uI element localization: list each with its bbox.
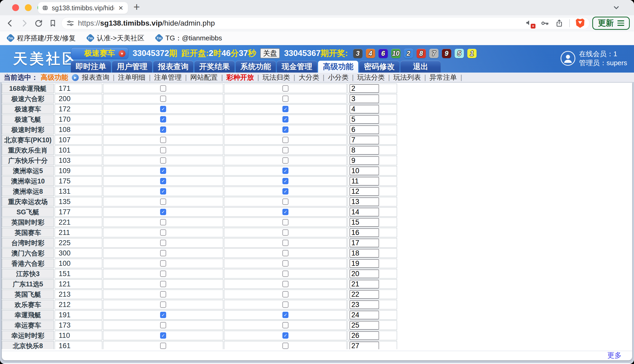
brave-shield-icon[interactable] bbox=[576, 18, 585, 28]
open-checkbox-2[interactable] bbox=[282, 281, 288, 287]
order-input[interactable] bbox=[349, 249, 379, 258]
subnav-link-3[interactable]: 网站配置 bbox=[190, 73, 218, 82]
bookmark-item-1[interactable]: Tm认准->天美社区 bbox=[87, 34, 144, 43]
password-key-icon[interactable] bbox=[540, 19, 549, 28]
order-input[interactable] bbox=[349, 239, 379, 247]
open-checkbox-2[interactable] bbox=[282, 137, 288, 143]
open-checkbox[interactable] bbox=[160, 229, 166, 236]
bookmark-icon[interactable] bbox=[47, 17, 59, 29]
open-checkbox[interactable] bbox=[160, 198, 166, 205]
order-input[interactable] bbox=[349, 270, 379, 278]
open-checkbox[interactable] bbox=[160, 291, 166, 297]
browser-update-button[interactable]: 更新 bbox=[592, 17, 630, 30]
order-input[interactable] bbox=[349, 259, 379, 268]
order-input[interactable] bbox=[349, 228, 379, 237]
order-input[interactable] bbox=[349, 105, 379, 114]
order-input[interactable] bbox=[349, 115, 379, 124]
open-checkbox-2[interactable] bbox=[282, 301, 288, 308]
open-checkbox[interactable] bbox=[160, 85, 166, 92]
order-input[interactable] bbox=[349, 218, 379, 227]
nav-tab-6[interactable]: 高级功能 bbox=[318, 61, 358, 73]
open-checkbox-2[interactable] bbox=[282, 85, 288, 92]
subnav-link-10[interactable]: 异常注单 bbox=[430, 73, 457, 82]
open-checkbox[interactable] bbox=[160, 301, 166, 308]
open-checkbox[interactable] bbox=[160, 147, 166, 153]
open-checkbox[interactable] bbox=[160, 260, 166, 267]
subnav-link-9[interactable]: 玩法列表 bbox=[393, 73, 421, 82]
new-tab-button[interactable]: + bbox=[133, 2, 140, 13]
open-checkbox[interactable] bbox=[160, 343, 166, 349]
open-checkbox[interactable]: ✓ bbox=[160, 126, 166, 133]
back-icon[interactable] bbox=[4, 17, 16, 29]
order-input[interactable] bbox=[349, 136, 379, 144]
url-bar[interactable]: https://sg138.timibbs.vip/hide/admin.php… bbox=[61, 17, 590, 29]
open-checkbox[interactable] bbox=[160, 322, 166, 328]
open-checkbox[interactable]: ✓ bbox=[160, 106, 166, 112]
order-input[interactable] bbox=[349, 311, 379, 319]
subnav-link-0[interactable]: 报表查询 bbox=[82, 73, 109, 82]
open-checkbox[interactable] bbox=[160, 281, 166, 287]
subnav-link-4[interactable]: 彩种开放 bbox=[226, 73, 254, 82]
open-checkbox[interactable]: ✓ bbox=[160, 178, 166, 184]
order-input[interactable] bbox=[349, 167, 379, 175]
nav-tab-4[interactable]: 系统功能 bbox=[236, 61, 276, 73]
subnav-link-5[interactable]: 玩法归类 bbox=[263, 73, 290, 82]
minimize-window-button[interactable] bbox=[25, 4, 32, 11]
subnav-link-1[interactable]: 注单明细 bbox=[118, 73, 146, 82]
open-checkbox-2[interactable]: ✓ bbox=[282, 178, 288, 184]
open-checkbox-2[interactable]: ✓ bbox=[282, 332, 288, 339]
nav-tab-5[interactable]: 现金管理 bbox=[277, 61, 317, 73]
order-input[interactable] bbox=[349, 146, 379, 155]
order-input[interactable] bbox=[349, 331, 379, 340]
close-market-button[interactable]: 关盘 bbox=[260, 48, 280, 58]
order-input[interactable] bbox=[349, 125, 379, 134]
open-checkbox[interactable]: ✓ bbox=[160, 116, 166, 122]
tune-icon[interactable] bbox=[66, 19, 74, 27]
order-input[interactable] bbox=[349, 208, 379, 216]
open-checkbox[interactable] bbox=[160, 219, 166, 225]
open-checkbox-2[interactable] bbox=[282, 229, 288, 236]
bookmark-item-0[interactable]: Tm程序搭建/开发/修复 bbox=[7, 34, 76, 43]
order-input[interactable] bbox=[349, 290, 379, 299]
open-checkbox-2[interactable] bbox=[282, 291, 288, 297]
order-input[interactable] bbox=[349, 177, 379, 186]
open-checkbox[interactable] bbox=[160, 271, 166, 277]
order-input[interactable] bbox=[349, 321, 379, 330]
open-checkbox[interactable] bbox=[160, 137, 166, 143]
order-input[interactable] bbox=[349, 197, 379, 206]
forward-icon[interactable] bbox=[18, 17, 30, 29]
open-checkbox-2[interactable] bbox=[282, 219, 288, 225]
tab-close-icon[interactable]: × bbox=[117, 4, 124, 12]
nav-tab-7[interactable]: 密码修改 bbox=[359, 61, 399, 73]
open-checkbox[interactable]: ✓ bbox=[160, 332, 166, 339]
open-checkbox-2[interactable]: ✓ bbox=[282, 116, 288, 122]
order-input[interactable] bbox=[349, 300, 379, 309]
open-checkbox[interactable] bbox=[160, 250, 166, 256]
open-checkbox-2[interactable]: ✓ bbox=[282, 126, 288, 133]
open-checkbox-2[interactable] bbox=[282, 250, 288, 256]
nav-tab-0[interactable]: 即时注单 bbox=[71, 61, 111, 73]
share-icon[interactable] bbox=[555, 19, 563, 27]
open-checkbox[interactable]: ✓ bbox=[160, 168, 166, 174]
open-checkbox-2[interactable] bbox=[282, 271, 288, 277]
order-input[interactable] bbox=[349, 84, 379, 93]
close-window-button[interactable] bbox=[12, 4, 19, 11]
nav-tab-2[interactable]: 报表查询 bbox=[153, 61, 193, 73]
nav-tab-1[interactable]: 用户管理 bbox=[112, 61, 152, 73]
open-checkbox-2[interactable]: ✓ bbox=[282, 168, 288, 174]
order-input[interactable] bbox=[349, 94, 379, 103]
nav-tab-8[interactable]: 退出 bbox=[400, 61, 441, 73]
subnav-link-6[interactable]: 大分类 bbox=[299, 73, 319, 82]
open-checkbox[interactable] bbox=[160, 96, 166, 102]
tab-search-chevron-icon[interactable] bbox=[612, 4, 620, 12]
bookmark-item-2[interactable]: TmTG：@tianmeibbs bbox=[156, 34, 222, 43]
reload-icon[interactable] bbox=[33, 17, 44, 29]
open-checkbox-2[interactable]: ✓ bbox=[282, 188, 288, 195]
open-checkbox-2[interactable] bbox=[282, 240, 288, 246]
tab-muted-icon[interactable]: × bbox=[525, 18, 534, 28]
open-checkbox-2[interactable]: ✓ bbox=[282, 106, 288, 112]
selector-dropdown-icon[interactable]: ▼ bbox=[119, 50, 125, 57]
open-checkbox-2[interactable] bbox=[282, 198, 288, 205]
order-input[interactable] bbox=[349, 280, 379, 289]
lottery-selector[interactable]: 极速赛车 ▼ bbox=[71, 48, 128, 59]
